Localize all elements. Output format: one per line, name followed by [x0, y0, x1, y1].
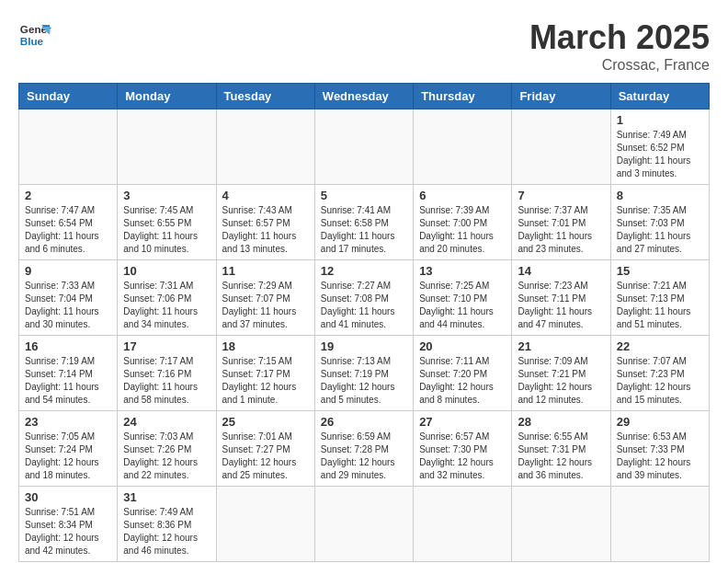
day-header-tuesday: Tuesday [216, 84, 314, 109]
day-info: Sunrise: 7:11 AM Sunset: 7:20 PM Dayligh… [419, 355, 506, 407]
day-number: 7 [518, 189, 604, 202]
calendar-cell: 12Sunrise: 7:27 AM Sunset: 7:08 PM Dayli… [314, 260, 413, 336]
day-header-saturday: Saturday [610, 84, 709, 109]
day-number: 26 [321, 415, 407, 429]
day-number: 25 [222, 415, 309, 429]
day-info: Sunrise: 7:13 AM Sunset: 7:19 PM Dayligh… [321, 355, 407, 407]
day-info: Sunrise: 7:07 AM Sunset: 7:23 PM Dayligh… [617, 355, 703, 407]
day-number: 17 [123, 339, 210, 353]
day-info: Sunrise: 7:45 AM Sunset: 6:55 PM Dayligh… [123, 204, 210, 256]
day-info: Sunrise: 6:59 AM Sunset: 7:28 PM Dayligh… [321, 431, 407, 482]
day-number: 22 [617, 339, 703, 353]
calendar-cell: 7Sunrise: 7:37 AM Sunset: 7:01 PM Daylig… [512, 185, 610, 260]
day-header-thursday: Thursday [414, 84, 512, 109]
day-number: 11 [222, 264, 309, 278]
day-info: Sunrise: 7:35 AM Sunset: 7:03 PM Dayligh… [617, 204, 703, 256]
day-number: 23 [25, 415, 111, 429]
calendar-cell: 4Sunrise: 7:43 AM Sunset: 6:57 PM Daylig… [216, 185, 314, 260]
calendar-cell: 23Sunrise: 7:05 AM Sunset: 7:24 PM Dayli… [19, 411, 118, 487]
day-info: Sunrise: 7:33 AM Sunset: 7:04 PM Dayligh… [25, 280, 111, 331]
day-number: 14 [518, 264, 604, 278]
day-header-sunday: Sunday [19, 84, 118, 109]
day-number: 6 [419, 189, 506, 202]
day-number: 10 [123, 264, 210, 278]
calendar-cell: 21Sunrise: 7:09 AM Sunset: 7:21 PM Dayli… [512, 336, 610, 411]
calendar-cell: 30Sunrise: 7:51 AM Sunset: 8:34 PM Dayli… [19, 487, 118, 562]
day-info: Sunrise: 6:55 AM Sunset: 7:31 PM Dayligh… [518, 431, 604, 482]
day-info: Sunrise: 7:31 AM Sunset: 7:06 PM Dayligh… [123, 280, 210, 331]
calendar-cell: 17Sunrise: 7:17 AM Sunset: 7:16 PM Dayli… [118, 336, 216, 411]
calendar-table: SundayMondayTuesdayWednesdayThursdayFrid… [18, 83, 710, 562]
day-number: 3 [123, 189, 210, 202]
day-info: Sunrise: 7:37 AM Sunset: 7:01 PM Dayligh… [518, 204, 604, 256]
calendar-cell [216, 487, 314, 562]
day-info: Sunrise: 7:17 AM Sunset: 7:16 PM Dayligh… [123, 355, 210, 407]
calendar-cell: 6Sunrise: 7:39 AM Sunset: 7:00 PM Daylig… [414, 185, 512, 260]
calendar-cell [19, 109, 118, 185]
day-number: 9 [25, 264, 111, 278]
day-info: Sunrise: 7:21 AM Sunset: 7:13 PM Dayligh… [617, 280, 703, 331]
day-number: 19 [321, 339, 407, 353]
calendar-cell: 5Sunrise: 7:41 AM Sunset: 6:58 PM Daylig… [314, 185, 413, 260]
day-number: 27 [419, 415, 506, 429]
day-header-monday: Monday [118, 84, 216, 109]
day-info: Sunrise: 6:53 AM Sunset: 7:33 PM Dayligh… [617, 431, 703, 482]
logo: General Blue [18, 18, 51, 52]
calendar-cell: 19Sunrise: 7:13 AM Sunset: 7:19 PM Dayli… [314, 336, 413, 411]
day-number: 1 [617, 113, 703, 127]
day-info: Sunrise: 7:51 AM Sunset: 8:34 PM Dayligh… [25, 506, 111, 557]
day-number: 5 [321, 189, 407, 202]
calendar-week-6: 30Sunrise: 7:51 AM Sunset: 8:34 PM Dayli… [19, 487, 710, 562]
calendar-cell: 13Sunrise: 7:25 AM Sunset: 7:10 PM Dayli… [414, 260, 512, 336]
calendar-week-1: 1Sunrise: 7:49 AM Sunset: 6:52 PM Daylig… [19, 109, 710, 185]
day-number: 12 [321, 264, 407, 278]
calendar-cell: 29Sunrise: 6:53 AM Sunset: 7:33 PM Dayli… [610, 411, 709, 487]
calendar-cell: 3Sunrise: 7:45 AM Sunset: 6:55 PM Daylig… [118, 185, 216, 260]
day-info: Sunrise: 7:15 AM Sunset: 7:17 PM Dayligh… [222, 355, 309, 407]
day-number: 15 [617, 264, 703, 278]
generalblue-logo-icon: General Blue [18, 18, 51, 52]
calendar-cell: 14Sunrise: 7:23 AM Sunset: 7:11 PM Dayli… [512, 260, 610, 336]
calendar-cell [314, 109, 413, 185]
day-info: Sunrise: 7:05 AM Sunset: 7:24 PM Dayligh… [25, 431, 111, 482]
day-number: 18 [222, 339, 309, 353]
calendar-cell: 27Sunrise: 6:57 AM Sunset: 7:30 PM Dayli… [414, 411, 512, 487]
calendar-cell: 10Sunrise: 7:31 AM Sunset: 7:06 PM Dayli… [118, 260, 216, 336]
day-number: 13 [419, 264, 506, 278]
day-info: Sunrise: 7:49 AM Sunset: 6:52 PM Dayligh… [617, 129, 703, 180]
calendar-cell: 8Sunrise: 7:35 AM Sunset: 7:03 PM Daylig… [610, 185, 709, 260]
calendar-cell: 15Sunrise: 7:21 AM Sunset: 7:13 PM Dayli… [610, 260, 709, 336]
calendar-cell: 2Sunrise: 7:47 AM Sunset: 6:54 PM Daylig… [19, 185, 118, 260]
calendar-week-5: 23Sunrise: 7:05 AM Sunset: 7:24 PM Dayli… [19, 411, 710, 487]
day-info: Sunrise: 7:39 AM Sunset: 7:00 PM Dayligh… [419, 204, 506, 256]
calendar-week-3: 9Sunrise: 7:33 AM Sunset: 7:04 PM Daylig… [19, 260, 710, 336]
calendar-cell: 20Sunrise: 7:11 AM Sunset: 7:20 PM Dayli… [414, 336, 512, 411]
month-title: March 2025 [529, 18, 710, 57]
day-number: 31 [123, 490, 210, 504]
day-info: Sunrise: 7:49 AM Sunset: 8:36 PM Dayligh… [123, 506, 210, 557]
day-number: 29 [617, 415, 703, 429]
calendar-cell: 11Sunrise: 7:29 AM Sunset: 7:07 PM Dayli… [216, 260, 314, 336]
page-header: General Blue March 2025 Crossac, France [18, 18, 710, 74]
calendar-cell [314, 487, 413, 562]
day-number: 16 [25, 339, 111, 353]
calendar-cell [610, 487, 709, 562]
day-info: Sunrise: 7:43 AM Sunset: 6:57 PM Dayligh… [222, 204, 309, 256]
calendar-header-row: SundayMondayTuesdayWednesdayThursdayFrid… [19, 84, 710, 109]
day-number: 21 [518, 339, 604, 353]
day-info: Sunrise: 7:41 AM Sunset: 6:58 PM Dayligh… [321, 204, 407, 256]
calendar-cell: 28Sunrise: 6:55 AM Sunset: 7:31 PM Dayli… [512, 411, 610, 487]
day-number: 4 [222, 189, 309, 202]
calendar-cell: 16Sunrise: 7:19 AM Sunset: 7:14 PM Dayli… [19, 336, 118, 411]
day-info: Sunrise: 7:19 AM Sunset: 7:14 PM Dayligh… [25, 355, 111, 407]
calendar-cell [512, 109, 610, 185]
calendar-cell [414, 487, 512, 562]
calendar-cell: 22Sunrise: 7:07 AM Sunset: 7:23 PM Dayli… [610, 336, 709, 411]
day-number: 24 [123, 415, 210, 429]
day-number: 20 [419, 339, 506, 353]
calendar-cell [414, 109, 512, 185]
day-info: Sunrise: 7:09 AM Sunset: 7:21 PM Dayligh… [518, 355, 604, 407]
day-header-friday: Friday [512, 84, 610, 109]
calendar-cell: 26Sunrise: 6:59 AM Sunset: 7:28 PM Dayli… [314, 411, 413, 487]
day-number: 8 [617, 189, 703, 202]
